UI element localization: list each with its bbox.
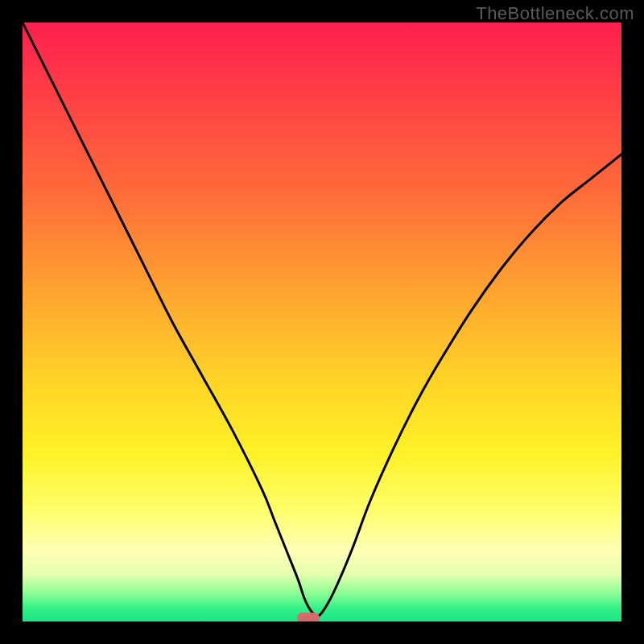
optimal-marker xyxy=(297,613,320,621)
chart-frame: TheBottleneck.com xyxy=(0,0,644,644)
bottleneck-curve xyxy=(23,23,621,621)
curve-path xyxy=(23,23,621,616)
watermark-text: TheBottleneck.com xyxy=(476,3,634,24)
plot-area xyxy=(23,23,621,621)
